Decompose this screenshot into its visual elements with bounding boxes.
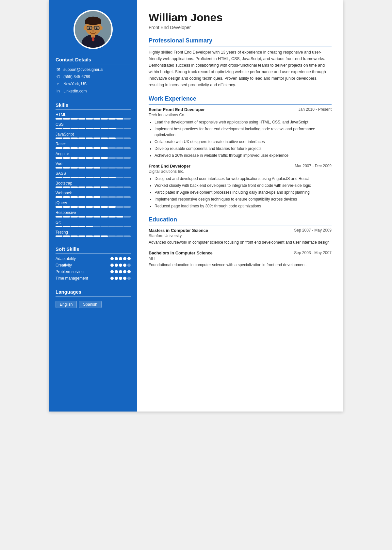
edu-description: Foundational education in computer scien…: [149, 262, 332, 268]
work-entry: Front End DeveloperMar 2007 - Dec 2009Di…: [149, 164, 332, 209]
skill-segment: [71, 157, 77, 159]
skill-segment: [78, 226, 85, 227]
skill-bar: [56, 216, 131, 218]
dot: [119, 270, 122, 273]
skill-segment: [78, 147, 85, 149]
work-bullet: Designed and developed user interfaces f…: [155, 176, 332, 182]
edu-header: Masters in Computer ScienceSep 2007 - Ma…: [149, 228, 332, 233]
work-experience-section: Work Experience Senior Front End Develop…: [149, 95, 332, 209]
skill-segment: [93, 226, 100, 227]
skill-segment: [86, 167, 93, 169]
skill-segment: [78, 157, 85, 159]
skill-segment: [78, 196, 85, 198]
skill-segment: [116, 216, 123, 218]
skill-segment: [116, 196, 123, 198]
skill-segment: [56, 235, 62, 237]
skill-segment: [86, 216, 93, 218]
work-bullet: Implemented responsive design techniques…: [155, 196, 332, 202]
work-header: Senior Front End DeveloperJan 2010 - Pre…: [149, 107, 332, 112]
skill-item: Responsive: [56, 210, 131, 218]
skill-segment: [86, 226, 93, 227]
skill-segment: [56, 157, 62, 159]
skill-segment: [78, 177, 85, 178]
skill-item: Bootstrap: [56, 181, 131, 188]
soft-skill-item: Problem-solving: [56, 269, 131, 274]
skill-segment: [71, 196, 77, 198]
skill-bar: [56, 138, 131, 139]
contact-item: ✉support@cvdesigner.ai: [56, 67, 131, 72]
skill-segment: [124, 118, 131, 120]
skill-segment: [124, 206, 131, 208]
edu-dates: Sep 2007 - May 2009: [294, 228, 332, 233]
dot: [127, 264, 131, 267]
dot: [127, 257, 131, 260]
skill-segment: [101, 157, 108, 159]
skill-segment: [116, 167, 123, 169]
skill-bar: [56, 167, 131, 169]
dot: [123, 264, 126, 267]
skill-item: SASS: [56, 171, 131, 178]
work-bullets: Designed and developed user interfaces f…: [149, 176, 332, 209]
skill-segment: [108, 196, 115, 198]
dot: [119, 257, 122, 260]
skill-segment: [63, 226, 70, 227]
dot: [110, 257, 114, 260]
edu-degree: Masters in Computer Science: [149, 228, 208, 233]
work-bullet: Lead the development of responsive web a…: [155, 119, 332, 125]
skill-bar: [56, 147, 131, 149]
skill-segment: [71, 216, 77, 218]
education-title: Education: [149, 216, 332, 225]
skill-segment: [108, 186, 115, 188]
contact-value: NewYork, US: [63, 82, 87, 86]
contact-value: LinkedIn.com: [63, 89, 87, 93]
skill-name: JavaScript: [56, 132, 131, 137]
skill-segment: [124, 128, 131, 129]
soft-skills-section: Soft Skills AdaptabilityCreativityProble…: [56, 246, 131, 283]
soft-skill-name: Problem-solving: [56, 269, 110, 274]
dot: [123, 270, 126, 273]
skill-segment: [124, 226, 131, 227]
skill-segment: [124, 147, 131, 149]
skill-segment: [56, 147, 62, 149]
svg-rect-6: [85, 21, 101, 24]
skill-bar: [56, 226, 131, 227]
skill-segment: [116, 118, 123, 120]
avatar-container: [56, 10, 131, 49]
skill-segment: [86, 196, 93, 198]
skill-name: HTML: [56, 112, 131, 117]
skill-segment: [71, 235, 77, 237]
edu-header: Bachelors in Computer ScienceSep 2003 - …: [149, 251, 332, 255]
skill-segment: [116, 177, 123, 178]
skill-segment: [108, 128, 115, 129]
language-tag: Spanish: [79, 301, 101, 308]
skill-segment: [86, 177, 93, 178]
dot: [119, 264, 122, 267]
skill-segment: [108, 216, 115, 218]
skill-bar: [56, 196, 131, 198]
skill-bar: [56, 235, 131, 237]
skill-segment: [86, 128, 93, 129]
skill-segment: [101, 138, 108, 139]
main-title: Front End Developer: [149, 25, 332, 30]
skill-segment: [71, 206, 77, 208]
skill-bar: [56, 206, 131, 208]
summary-section: Professional Summary Highly skilled Fron…: [149, 37, 332, 88]
skill-segment: [63, 216, 70, 218]
skill-segment: [86, 147, 93, 149]
skill-segment: [86, 186, 93, 188]
work-dates: Mar 2007 - Dec 2009: [295, 164, 332, 168]
svg-point-13: [96, 27, 98, 29]
skill-segment: [63, 147, 70, 149]
work-bullet: Implement best practices for front end d…: [155, 126, 332, 138]
skill-segment: [63, 118, 70, 120]
skill-segment: [116, 157, 123, 159]
edu-school: MIT: [149, 256, 332, 261]
edu-degree: Bachelors in Computer Science: [149, 251, 213, 255]
work-header: Front End DeveloperMar 2007 - Dec 2009: [149, 164, 332, 169]
work-experience-title: Work Experience: [149, 95, 332, 105]
work-dates: Jan 2010 - Present: [299, 107, 332, 112]
skill-segment: [108, 177, 115, 178]
contact-icon: in: [56, 89, 61, 93]
skill-segment: [71, 167, 77, 169]
contact-icon: ✉: [56, 67, 61, 72]
